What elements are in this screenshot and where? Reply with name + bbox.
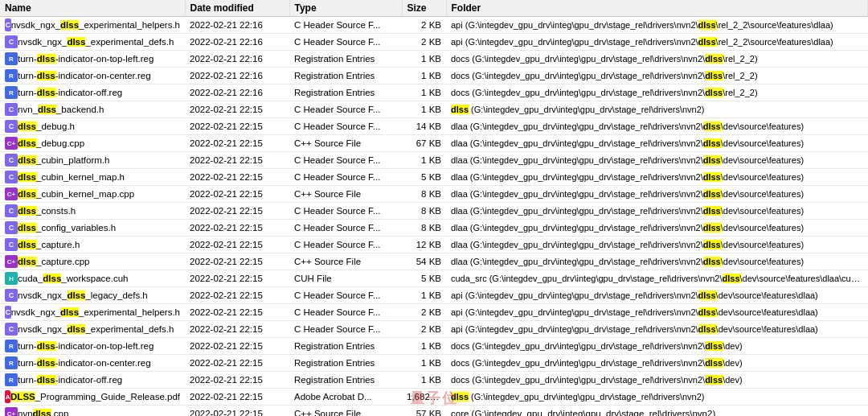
file-size: 1,682 KB	[402, 389, 446, 406]
table-row[interactable]: Hcuda_dlss_workspace.cuh2022-02-21 22:15…	[0, 270, 868, 287]
file-name-cell: Rturn-dlss-indicator-off.reg	[0, 372, 185, 389]
file-folder: api (G:\integdev_gpu_drv\integ\gpu_drv\s…	[446, 17, 868, 34]
file-date: 2022-02-21 22:15	[185, 186, 289, 203]
table-row[interactable]: ADLSS_Programming_Guide_Release.pdf2022-…	[0, 389, 868, 406]
file-type: CUH File	[289, 270, 402, 287]
file-name-cell: Rturn-dlss-indicator-on-center.reg	[0, 355, 185, 372]
file-folder: docs (G:\integdev_gpu_drv\integ\gpu_drv\…	[446, 51, 868, 68]
table-row[interactable]: Cnvn_dlss_backend.h2022-02-21 22:15C Hea…	[0, 101, 868, 118]
file-type: C Header Source F...	[289, 34, 402, 51]
file-size: 12 KB	[402, 237, 446, 253]
file-type: Registration Entries	[289, 338, 402, 355]
file-type: Registration Entries	[289, 84, 402, 101]
file-type: C Header Source F...	[289, 118, 402, 135]
file-date: 2022-02-21 22:15	[185, 338, 289, 355]
table-row[interactable]: Cnvsdk_ngx_dlss_experimental_defs.h2022-…	[0, 321, 868, 338]
file-size: 1 KB	[402, 51, 446, 68]
table-row[interactable]: Cnvsdk_ngx_dlss_experimental_helpers.h20…	[0, 17, 868, 34]
table-row[interactable]: Cnvsdk_ngx_dlss_legacy_defs.h2022-02-21 …	[0, 287, 868, 304]
table-row[interactable]: C+dlss_capture.cpp2022-02-21 22:15C++ So…	[0, 253, 868, 270]
table-row[interactable]: Cdlss_config_variables.h2022-02-21 22:15…	[0, 220, 868, 237]
file-type: C Header Source F...	[289, 169, 402, 186]
table-row[interactable]: Cdlss_cubin_kernel_map.h2022-02-21 22:15…	[0, 169, 868, 186]
file-size: 8 KB	[402, 203, 446, 220]
table-row[interactable]: Cdlss_capture.h2022-02-21 22:15C Header …	[0, 237, 868, 253]
file-type: C Header Source F...	[289, 203, 402, 220]
table-row[interactable]: Rturn-dlss-indicator-on-top-left.reg2022…	[0, 338, 868, 355]
file-size: 67 KB	[402, 135, 446, 152]
file-folder: core (G:\integdev_gpu_drv\integ\gpu_drv\…	[446, 406, 868, 417]
table-row[interactable]: Cdlss_cubin_platform.h2022-02-21 22:15C …	[0, 152, 868, 169]
file-name-cell: Cnvsdk_ngx_dlss_legacy_defs.h	[0, 287, 185, 304]
table-row[interactable]: Rturn-dlss-indicator-off.reg2022-02-21 2…	[0, 84, 868, 101]
file-size: 2 KB	[402, 17, 446, 34]
file-size: 1 KB	[402, 101, 446, 118]
file-date: 2022-02-21 22:15	[185, 355, 289, 372]
file-folder: api (G:\integdev_gpu_drv\integ\gpu_drv\s…	[446, 287, 868, 304]
table-row[interactable]: C+dlss_debug.cpp2022-02-21 22:15C++ Sour…	[0, 135, 868, 152]
col-header-size[interactable]: Size	[402, 0, 446, 17]
table-row[interactable]: C+dlss_cubin_kernel_map.cpp2022-02-21 22…	[0, 186, 868, 203]
file-size: 8 KB	[402, 220, 446, 237]
file-date: 2022-02-21 22:15	[185, 270, 289, 287]
table-row[interactable]: Rturn-dlss-indicator-on-center.reg2022-0…	[0, 68, 868, 84]
file-size: 1 KB	[402, 84, 446, 101]
file-size: 54 KB	[402, 253, 446, 270]
file-name-cell: Cdlss_consts.h	[0, 203, 185, 220]
file-folder: docs (G:\integdev_gpu_drv\integ\gpu_drv\…	[446, 84, 868, 101]
file-folder: dlaa (G:\integdev_gpu_drv\integ\gpu_drv\…	[446, 152, 868, 169]
file-folder: cuda_src (G:\integdev_gpu_drv\integ\gpu_…	[446, 270, 868, 287]
file-name-cell: Rturn-dlss-indicator-on-center.reg	[0, 68, 185, 84]
file-folder: docs (G:\integdev_gpu_drv\integ\gpu_drv\…	[446, 355, 868, 372]
col-header-date[interactable]: Date modified	[185, 0, 289, 17]
file-date: 2022-02-21 22:15	[185, 203, 289, 220]
file-type: C Header Source F...	[289, 321, 402, 338]
table-row[interactable]: Cnvsdk_ngx_dlss_experimental_helpers.h20…	[0, 304, 868, 321]
file-size: 5 KB	[402, 169, 446, 186]
file-folder: api (G:\integdev_gpu_drv\integ\gpu_drv\s…	[446, 321, 868, 338]
file-date: 2022-02-21 22:15	[185, 406, 289, 417]
file-folder: dlss (G:\integdev_gpu_drv\integ\gpu_drv\…	[446, 389, 868, 406]
file-list: Name Date modified Type Size Folder Cnvs…	[0, 0, 868, 416]
table-row[interactable]: Cdlss_consts.h2022-02-21 22:15C Header S…	[0, 203, 868, 220]
table-row[interactable]: Rturn-dlss-indicator-on-center.reg2022-0…	[0, 355, 868, 372]
col-header-name[interactable]: Name	[0, 0, 185, 17]
file-type: C Header Source F...	[289, 152, 402, 169]
file-name-cell: Cdlss_debug.h	[0, 118, 185, 135]
file-date: 2022-02-21 22:15	[185, 321, 289, 338]
table-row[interactable]: Cdlss_debug.h2022-02-21 22:15C Header So…	[0, 118, 868, 135]
file-date: 2022-02-21 22:16	[185, 68, 289, 84]
file-name-cell: Cdlss_cubin_kernel_map.h	[0, 169, 185, 186]
file-size: 2 KB	[402, 304, 446, 321]
file-name-cell: Cdlss_cubin_platform.h	[0, 152, 185, 169]
file-size: 1 KB	[402, 152, 446, 169]
file-type: C++ Source File	[289, 186, 402, 203]
file-folder: dlaa (G:\integdev_gpu_drv\integ\gpu_drv\…	[446, 203, 868, 220]
file-name-cell: C+dlss_cubin_kernel_map.cpp	[0, 186, 185, 203]
file-size: 1 KB	[402, 287, 446, 304]
file-size: 8 KB	[402, 186, 446, 203]
table-row[interactable]: C+nvndlss.cpp2022-02-21 22:15C++ Source …	[0, 406, 868, 417]
table-row[interactable]: Rturn-dlss-indicator-off.reg2022-02-21 2…	[0, 372, 868, 389]
file-size: 1 KB	[402, 68, 446, 84]
file-name-cell: Rturn-dlss-indicator-on-top-left.reg	[0, 51, 185, 68]
file-date: 2022-02-21 22:15	[185, 253, 289, 270]
file-type: C Header Source F...	[289, 101, 402, 118]
file-date: 2022-02-21 22:16	[185, 34, 289, 51]
file-name-cell: Cnvsdk_ngx_dlss_experimental_helpers.h	[0, 304, 185, 321]
file-date: 2022-02-21 22:15	[185, 118, 289, 135]
col-header-folder[interactable]: Folder	[446, 0, 868, 17]
file-date: 2022-02-21 22:15	[185, 287, 289, 304]
file-date: 2022-02-21 22:15	[185, 237, 289, 253]
file-type: Registration Entries	[289, 355, 402, 372]
file-type: C Header Source F...	[289, 220, 402, 237]
file-type: Registration Entries	[289, 51, 402, 68]
file-folder: dlaa (G:\integdev_gpu_drv\integ\gpu_drv\…	[446, 237, 868, 253]
file-date: 2022-02-21 22:15	[185, 220, 289, 237]
file-size: 1 KB	[402, 372, 446, 389]
table-row[interactable]: Cnvsdk_ngx_dlss_experimental_defs.h2022-…	[0, 34, 868, 51]
file-date: 2022-02-21 22:15	[185, 372, 289, 389]
col-header-type[interactable]: Type	[289, 0, 402, 17]
file-size: 5 KB	[402, 270, 446, 287]
table-row[interactable]: Rturn-dlss-indicator-on-top-left.reg2022…	[0, 51, 868, 68]
